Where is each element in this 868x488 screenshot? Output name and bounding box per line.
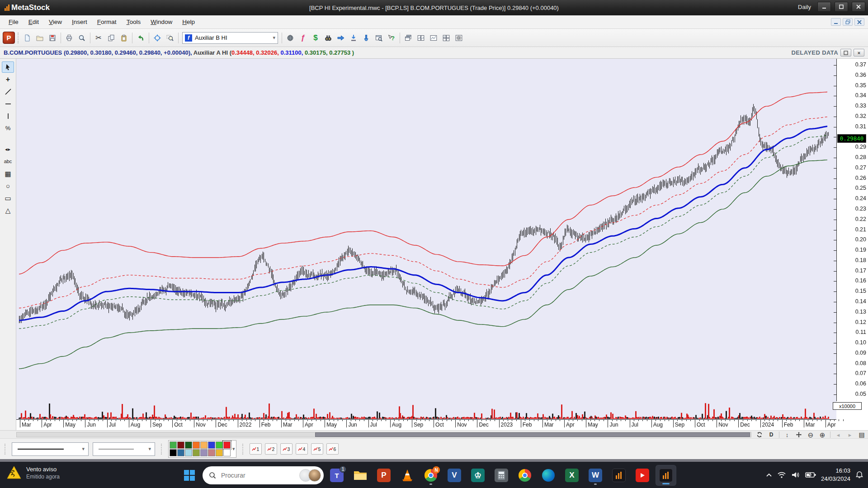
tile-grid-icon[interactable] (440, 32, 453, 44)
chart-template-button-2[interactable]: 2 (265, 443, 277, 455)
color-swatch[interactable] (170, 449, 177, 456)
downloader-icon[interactable] (347, 32, 360, 44)
line-weight-dropdown[interactable]: ▾ (93, 442, 155, 456)
zoom-select-icon[interactable] (164, 32, 176, 44)
crosshair-tool[interactable]: + (2, 74, 14, 85)
taskbar-calculator-icon[interactable] (491, 465, 512, 486)
ellipse-tool[interactable]: ○ (2, 180, 14, 192)
cascade-windows-icon[interactable] (402, 32, 415, 44)
horizontal-line-tool[interactable] (2, 98, 14, 109)
trendline-tool[interactable] (2, 86, 14, 97)
print-icon[interactable] (63, 32, 75, 44)
explore-window-icon[interactable] (373, 32, 385, 44)
taskbar-vlc-icon[interactable] (397, 465, 418, 486)
taskbar-clock[interactable]: 16:03 24/03/2024 (821, 467, 850, 483)
color-swatch[interactable] (170, 441, 177, 449)
indicator-builder-icon[interactable]: ƒ (297, 32, 309, 44)
color-swatch[interactable] (193, 441, 200, 449)
cut-icon[interactable]: ✂ (92, 32, 105, 44)
taskbar-powerpoint-icon[interactable]: P (373, 465, 394, 486)
next-chart-button[interactable]: ▸ (844, 431, 855, 438)
chart-template-button-6[interactable]: 6 (326, 443, 339, 455)
color-swatch[interactable] (185, 441, 192, 449)
chart-template-button-4[interactable]: 4 (296, 443, 308, 455)
color-swatch[interactable] (223, 441, 231, 449)
rectangle-tool[interactable]: ▭ (2, 192, 14, 204)
line-style-dropdown[interactable]: ▾ (12, 442, 89, 456)
color-swatch[interactable] (208, 441, 215, 449)
taskbar-metastock-active-icon[interactable] (656, 465, 676, 486)
tile-vertical-icon[interactable] (415, 32, 427, 44)
notification-bell-icon[interactable] (855, 471, 863, 479)
menu-view[interactable]: View (44, 17, 67, 27)
text-tool[interactable]: abc (2, 156, 14, 167)
menu-insert[interactable]: Insert (67, 17, 92, 27)
taskbar-start-button[interactable] (179, 465, 200, 486)
search-input[interactable] (220, 471, 283, 479)
scrollbar-thumb[interactable] (315, 432, 750, 437)
taskbar-word-icon[interactable]: W (585, 465, 606, 486)
indicator-dropdown[interactable]: f Auxiliar B HI ▾ (182, 32, 278, 44)
scroll-arrows-tool[interactable]: ◂▸ (2, 144, 14, 155)
horizontal-scrollbar[interactable] (16, 432, 751, 437)
context-help-icon[interactable]: ? (385, 32, 398, 44)
paste-icon[interactable] (118, 32, 130, 44)
quadrant-lines-tool[interactable]: ▦ (2, 168, 14, 179)
child-close-button[interactable] (854, 18, 864, 26)
color-swatch[interactable] (200, 441, 208, 449)
taskbar-visio-icon[interactable]: V (444, 465, 465, 486)
chart-restore-button[interactable] (840, 49, 851, 56)
child-minimize-button[interactable] (831, 18, 841, 26)
color-swatch[interactable] (177, 441, 184, 449)
chart-area[interactable]: 0.370.360.350.340.330.320.310.300.290.28… (16, 59, 868, 430)
explorer-binoculars-icon[interactable] (322, 32, 335, 44)
taskbar-chrome-icon[interactable] (514, 465, 535, 486)
zoom-in-button[interactable]: ⊕ (817, 431, 828, 438)
menu-format[interactable]: Format (92, 17, 122, 27)
taskbar-youtube-icon[interactable] (632, 465, 653, 486)
taskbar-chess-icon[interactable]: ♔ (467, 465, 488, 486)
minimize-button[interactable] (817, 2, 831, 12)
taskbar-edge-icon[interactable] (538, 465, 559, 486)
periodicity-button[interactable]: D (766, 431, 777, 438)
menu-file[interactable]: File (4, 17, 24, 27)
forecaster-icon[interactable] (335, 32, 347, 44)
zoom-out-button[interactable]: ⊖ (805, 431, 816, 438)
copy-icon[interactable] (105, 32, 118, 44)
taskbar-weather-widget[interactable]: Vento aviso Emitido agora (6, 465, 60, 480)
new-chart-icon[interactable] (21, 32, 33, 44)
color-swatch[interactable] (216, 441, 223, 449)
taskbar-excel-icon[interactable]: X (561, 465, 582, 486)
child-restore-button[interactable] (843, 18, 853, 26)
pointer-tool[interactable] (2, 61, 14, 73)
print-preview-icon[interactable] (75, 32, 88, 44)
save-icon[interactable] (46, 32, 59, 44)
chart-options-icon[interactable] (453, 32, 465, 44)
taskbar-teams-icon[interactable]: T1 (326, 465, 347, 486)
battery-icon[interactable] (805, 472, 816, 478)
color-swatch[interactable] (185, 449, 192, 456)
chart-template-button-1[interactable]: 1 (250, 443, 262, 455)
maximize-button[interactable] (835, 2, 848, 12)
color-swatch[interactable] (177, 449, 184, 456)
app-menu-button[interactable]: P (3, 32, 15, 44)
pan-button[interactable] (793, 431, 804, 438)
menu-edit[interactable]: Edit (24, 17, 44, 27)
tray-chevron-up-icon[interactable] (766, 473, 772, 477)
price-chart-canvas[interactable] (16, 59, 868, 430)
chart-close-button[interactable]: × (854, 49, 864, 56)
tile-horizontal-icon[interactable] (427, 32, 440, 44)
chart-template-button-5[interactable]: 5 (311, 443, 323, 455)
taskbar-explorer-icon[interactable] (350, 465, 371, 486)
menu-window[interactable]: Window (146, 17, 177, 27)
open-icon[interactable] (33, 32, 46, 44)
explorer-globe-icon[interactable] (284, 32, 297, 44)
vertical-line-tool[interactable] (2, 110, 14, 122)
chart-list-button[interactable]: ▤ (856, 431, 867, 438)
color-swatch[interactable] (200, 449, 208, 456)
search-avatar[interactable] (308, 469, 321, 482)
color-swatch[interactable] (216, 449, 223, 456)
percent-tool[interactable]: % (2, 122, 14, 134)
menu-help[interactable]: Help (177, 17, 200, 27)
taskbar-chrome-profile-icon[interactable]: N (420, 465, 441, 486)
